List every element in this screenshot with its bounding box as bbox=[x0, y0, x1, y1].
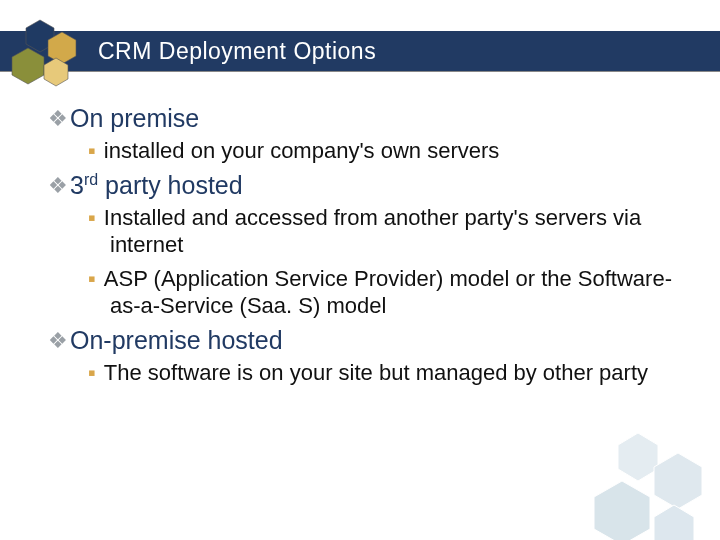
bullet-level2: ▪installed on your company's own servers bbox=[88, 137, 680, 165]
bullet-level1: ❖On-premise hosted bbox=[48, 326, 680, 355]
svg-marker-7 bbox=[654, 505, 694, 540]
diamond-bullet-icon: ❖ bbox=[48, 106, 68, 131]
hexagon-watermark-icon bbox=[574, 429, 720, 540]
bullet-level2: ▪The software is on your site but manage… bbox=[88, 359, 680, 387]
body-text: Installed and accessed from another part… bbox=[104, 205, 641, 258]
svg-marker-2 bbox=[12, 48, 44, 84]
diamond-bullet-icon: ❖ bbox=[48, 173, 68, 198]
bullet-level2: ▪Installed and accessed from another par… bbox=[88, 204, 680, 259]
page-title: CRM Deployment Options bbox=[98, 38, 376, 65]
square-bullet-icon: ▪ bbox=[88, 360, 96, 385]
title-bar: CRM Deployment Options bbox=[0, 31, 720, 71]
square-bullet-icon: ▪ bbox=[88, 205, 96, 230]
body-text: The software is on your site but managed… bbox=[104, 360, 648, 385]
content-body: ❖On premise ▪installed on your company's… bbox=[48, 100, 680, 392]
body-text: installed on your company's own servers bbox=[104, 138, 500, 163]
bullet-level1: ❖On premise bbox=[48, 104, 680, 133]
square-bullet-icon: ▪ bbox=[88, 266, 96, 291]
svg-marker-4 bbox=[618, 433, 658, 481]
hexagon-cluster-icon bbox=[6, 18, 96, 93]
heading-text: On-premise hosted bbox=[70, 326, 283, 354]
heading-text: 3rd party hosted bbox=[70, 171, 243, 199]
square-bullet-icon: ▪ bbox=[88, 138, 96, 163]
svg-marker-5 bbox=[654, 453, 702, 509]
diamond-bullet-icon: ❖ bbox=[48, 328, 68, 353]
svg-marker-6 bbox=[594, 481, 650, 540]
bullet-level2: ▪ASP (Application Service Provider) mode… bbox=[88, 265, 680, 320]
heading-text: On premise bbox=[70, 104, 199, 132]
body-text: ASP (Application Service Provider) model… bbox=[104, 266, 672, 319]
title-underline bbox=[0, 71, 720, 72]
bullet-level1: ❖3rd party hosted bbox=[48, 171, 680, 200]
